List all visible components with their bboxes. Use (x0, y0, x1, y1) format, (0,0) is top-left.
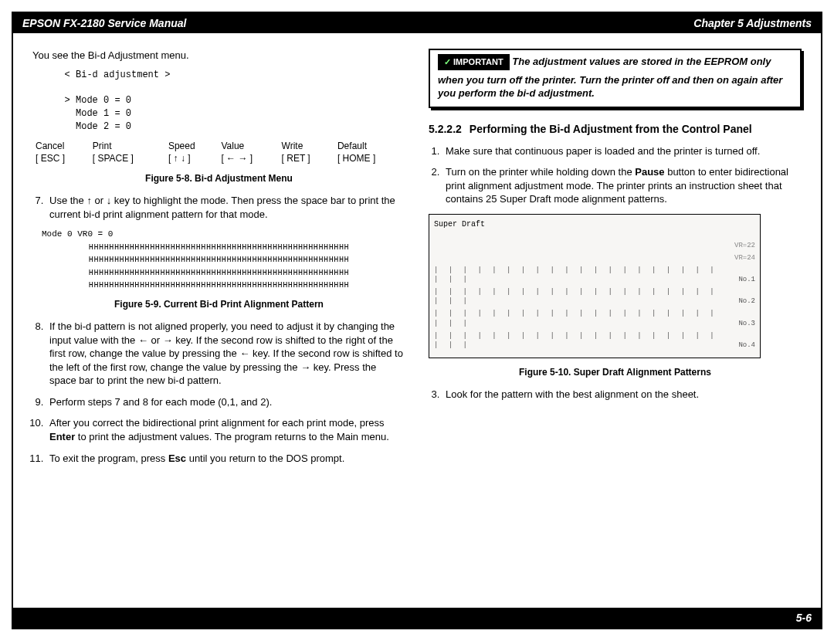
list-item: After you correct the bidirectional prin… (46, 416, 405, 443)
content-area: You see the Bi-d Adjustment menu. < Bi-d… (13, 33, 821, 480)
header-bar: EPSON FX-2180 Service Manual Chapter 5 A… (13, 13, 821, 33)
cell: [ ← → ] (218, 152, 278, 164)
cell: Print (90, 140, 165, 152)
cell: [ HOME ] (334, 152, 405, 164)
table-row: [ ESC ] [ SPACE ] [ ↑ ↓ ] [ ← → ] [ RET … (32, 152, 405, 164)
section-heading: 5.2.2.2 Performing the Bi-d Adjustment f… (429, 122, 802, 137)
cell: [ ↑ ↓ ] (165, 152, 219, 164)
step11-c: until you return to the DOS prompt. (186, 452, 344, 464)
step10-c: to print the adjustment values. The prog… (75, 431, 389, 442)
super-draft-figure: Super Draft VR=22 VR=24 | | | | | | | | … (429, 214, 761, 358)
r-step2b: Pause (635, 166, 664, 178)
tick-marks: | | | | | | | | | | | | | | | | | | | | … (434, 266, 724, 284)
table-row: Cancel Print Speed Value Write Default (32, 140, 405, 152)
list-item: Look for the pattern with the best align… (442, 388, 802, 402)
important-box: IMPORTANT The adjustment values are stor… (429, 49, 802, 108)
r-step3: Look for the pattern with the best align… (446, 388, 699, 400)
page-frame: EPSON FX-2180 Service Manual Chapter 5 A… (12, 12, 822, 629)
step9-text: Perform steps 7 and 8 for each mode (0,1… (49, 396, 272, 408)
cell: Default (334, 140, 405, 152)
intro-text: You see the Bi-d Adjustment menu. (32, 49, 405, 63)
step8-text: If the bi-d pattern is not aligned prope… (49, 320, 403, 386)
figure-5-9-caption: Figure 5-9. Current Bi-d Print Alignment… (32, 298, 405, 310)
tick-marks: | | | | | | | | | | | | | | | | | | | | … (434, 331, 724, 350)
cell: [ SPACE ] (90, 152, 165, 164)
step10-b: Enter (49, 431, 75, 442)
page-number: 5-6 (796, 612, 812, 624)
cell: Write (279, 140, 334, 152)
pattern-row: | | | | | | | | | | | | | | | | | | | | … (434, 309, 755, 327)
cell: [ ESC ] (32, 152, 90, 164)
vr-label: VR=24 (724, 253, 755, 263)
step10-a: After you correct the bidirectional prin… (49, 417, 385, 429)
pattern-row: VR=22 (434, 241, 755, 250)
step11-a: To exit the program, press (49, 452, 168, 464)
header-right: Chapter 5 Adjustments (693, 17, 812, 29)
steps-list-left: Use the ↑ or ↓ key to highlight the mode… (46, 194, 405, 221)
h-pattern-row: HHHHHHHHHHHHHHHHHHHHHHHHHHHHHHHHHHHHHHHH… (32, 281, 405, 290)
section-number: 5.2.2.2 (429, 122, 462, 137)
figure-inner-title: Super Draft (434, 219, 755, 230)
pattern-row: | | | | | | | | | | | | | | | | | | | | … (434, 287, 755, 306)
pattern-row: | | | | | | | | | | | | | | | | | | | | … (434, 331, 755, 350)
mode0-line: Mode 0 VR0 = 0 (42, 229, 405, 240)
r-step1: Make sure that continuous paper is loade… (446, 145, 760, 157)
cell: [ RET ] (279, 152, 334, 164)
row-label: No.2 (724, 297, 755, 306)
h-pattern-row: HHHHHHHHHHHHHHHHHHHHHHHHHHHHHHHHHHHHHHHH… (32, 256, 405, 265)
cell: Speed (165, 140, 219, 152)
row-label: No.1 (724, 275, 755, 284)
step11-b: Esc (168, 452, 186, 464)
r-step2a: Turn on the printer while holding down t… (446, 166, 635, 178)
step7-text: Use the ↑ or ↓ key to highlight the mode… (49, 195, 395, 220)
list-item: Turn on the printer while holding down t… (442, 165, 802, 206)
left-column: You see the Bi-d Adjustment menu. < Bi-d… (32, 49, 405, 473)
h-pattern-row: HHHHHHHHHHHHHHHHHHHHHHHHHHHHHHHHHHHHHHHH… (32, 269, 405, 278)
steps-list-left-cont: If the bi-d pattern is not aligned prope… (46, 320, 405, 465)
figure-5-10-caption: Figure 5-10. Super Draft Alignment Patte… (429, 366, 802, 378)
right-column: IMPORTANT The adjustment values are stor… (429, 49, 802, 473)
pattern-row: | | | | | | | | | | | | | | | | | | | | … (434, 266, 755, 284)
row-label: No.4 (724, 341, 755, 350)
vr-label: VR=22 (724, 241, 755, 250)
figure-5-8-caption: Figure 5-8. Bi-d Adjustment Menu (32, 172, 405, 185)
steps-list-right-cont: Look for the pattern with the best align… (442, 388, 802, 402)
pattern-row: VR=24 (434, 253, 755, 263)
list-item: If the bi-d pattern is not aligned prope… (46, 320, 405, 388)
menu-key-table: Cancel Print Speed Value Write Default [… (32, 140, 405, 164)
h-pattern-row: HHHHHHHHHHHHHHHHHHHHHHHHHHHHHHHHHHHHHHHH… (32, 243, 405, 253)
cell: Value (218, 140, 278, 152)
cell: Cancel (32, 140, 90, 152)
steps-list-right: Make sure that continuous paper is loade… (442, 144, 802, 206)
list-item: Use the ↑ or ↓ key to highlight the mode… (46, 194, 405, 221)
tick-marks: | | | | | | | | | | | | | | | | | | | | … (434, 309, 724, 327)
list-item: Perform steps 7 and 8 for each mode (0,1… (46, 395, 405, 409)
list-item: To exit the program, press Esc until you… (46, 452, 405, 466)
tick-marks: | | | | | | | | | | | | | | | | | | | | … (434, 287, 724, 306)
header-left: EPSON FX-2180 Service Manual (22, 17, 186, 29)
row-label: No.3 (724, 319, 755, 328)
list-item: Make sure that continuous paper is loade… (442, 144, 802, 158)
section-title-text: Performing the Bi-d Adjustment from the … (470, 122, 752, 137)
important-badge: IMPORTANT (438, 54, 510, 70)
bi-d-menu-box: < Bi-d adjustment > > Mode 0 = 0 Mode 1 … (48, 69, 405, 134)
footer-bar: 5-6 (13, 608, 821, 628)
